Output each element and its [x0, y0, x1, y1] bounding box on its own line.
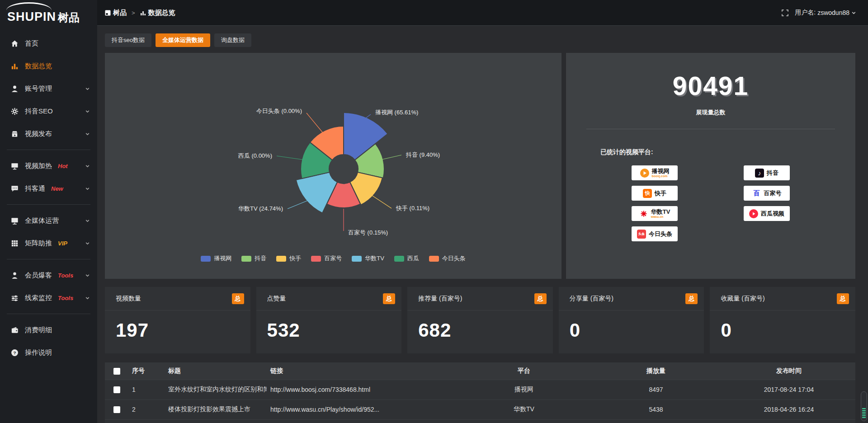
sidebar-item-consumption-detail[interactable]: 消费明细 — [0, 319, 97, 341]
legend-item-xigua[interactable]: 西瓜 — [394, 254, 419, 263]
content-area: 抖音seo数据全媒体运营数据询盘数据 播视网 (65.61%)抖音 (9.40%… — [97, 26, 868, 423]
logo-text-en: SHUPIN — [7, 11, 56, 23]
sidebar-item-label: 视频发布 — [25, 130, 52, 138]
table-header-2: 链接 — [267, 362, 458, 380]
row-checkbox[interactable] — [113, 406, 120, 413]
gear-icon — [10, 107, 19, 116]
platform-name: 百家号 — [764, 190, 782, 197]
total-impressions-value: 90491 — [566, 71, 855, 101]
chart-legend: 播视网抖音快手百家号华数TV西瓜今日头条 — [105, 254, 561, 263]
platform-badge-wasutv[interactable]: 华数TVwasu.cn — [632, 206, 678, 221]
username-dropdown[interactable]: 用户名: zswodun88 — [795, 9, 856, 17]
legend-swatch — [276, 256, 286, 262]
legend-item-toutiao[interactable]: 今日头条 — [429, 254, 466, 263]
tab-omnimedia-data[interactable]: 全媒体运营数据 — [156, 33, 210, 47]
platform-badge-douyin[interactable]: ♪抖音 — [744, 165, 790, 180]
platform-name: 播视网 — [652, 168, 670, 174]
sidebar-item-operation-guide[interactable]: ?操作说明 — [0, 341, 97, 364]
top-header: 树品 > 数据总览 用户名: zswodun88 — [97, 0, 868, 26]
legend-item-baijiahao[interactable]: 百家号 — [311, 254, 342, 263]
sidebar-item-matrix-boost[interactable]: 矩阵助推VIP — [0, 232, 97, 254]
scrollbar-widget[interactable] — [861, 391, 867, 421]
platform-distribution-chart-panel: 播视网 (65.61%)抖音 (9.40%)快手 (0.11%)百家号 (0.1… — [105, 53, 561, 279]
breadcrumb-current[interactable]: 数据总览 — [148, 9, 175, 17]
wallet-icon — [10, 325, 19, 334]
chevron-down-icon — [85, 273, 90, 278]
sidebar-item-home[interactable]: 首页 — [0, 32, 97, 55]
stat-card-label: 推荐量 (百家号) — [418, 295, 462, 303]
platform-name: 西瓜视频 — [761, 211, 784, 217]
legend-item-douyin[interactable]: 抖音 — [241, 254, 266, 263]
stat-card-video-count: 视频数量 总 197 — [105, 287, 250, 353]
legend-item-kuaishou[interactable]: 快手 — [276, 254, 301, 263]
sidebar-item-account-management[interactable]: 账号管理 — [0, 77, 97, 100]
platform-badge-toutiao[interactable]: 头条今日头条 — [632, 226, 678, 241]
bar-chart-icon — [10, 61, 19, 70]
table-header-row: 序号标题链接平台播放量发布时间 — [105, 362, 855, 380]
stat-cards-row: 视频数量 总 197 点赞量 总 532 推荐量 (百家号) 总 682 分享量… — [105, 287, 855, 353]
xigua-icon — [749, 209, 758, 218]
sidebar-item-label: 线索监控 — [25, 294, 52, 302]
legend-swatch — [394, 256, 404, 262]
select-all-checkbox[interactable] — [113, 368, 120, 375]
total-badge[interactable]: 总 — [837, 293, 849, 304]
pie-label-leader — [277, 156, 305, 160]
platform-badge-xigua[interactable]: 西瓜视频 — [744, 206, 790, 221]
total-badge[interactable]: 总 — [383, 293, 395, 304]
sidebar-item-douketong[interactable]: 抖客通New — [0, 177, 97, 200]
stat-card-header: 推荐量 (百家号) 总 — [407, 287, 553, 310]
platform-badge-baijiahao[interactable]: 百百家号 — [744, 186, 790, 201]
platform-badges: 播视网boosj.com快快手华数TVwasu.cn头条今日头条 ♪抖音百百家号… — [566, 165, 855, 241]
platform-badges-left-column: 播视网boosj.com快快手华数TVwasu.cn头条今日头条 — [632, 165, 678, 241]
platform-domain: wasu.cn — [651, 215, 664, 218]
pie-slice-label: 播视网 (65.61%) — [375, 109, 418, 116]
tab-douyin-seo-data[interactable]: 抖音seo数据 — [105, 33, 151, 47]
row-checkbox[interactable] — [113, 386, 120, 393]
table-row-partial — [105, 419, 855, 423]
baijiahao-icon: 百 — [752, 189, 761, 198]
videos-table: 序号标题链接平台播放量发布时间 1 室外水纹灯和室内水纹灯的区别和简介 http… — [105, 362, 855, 423]
cell-link[interactable]: http://www.boosj.com/7338468.html — [267, 380, 458, 400]
stat-card-value: 0 — [559, 310, 704, 341]
breadcrumb-current-icon — [140, 10, 146, 16]
sidebar-item-video-publish[interactable]: 视频发布 — [0, 122, 97, 145]
panels-row: 播视网 (65.61%)抖音 (9.40%)快手 (0.11%)百家号 (0.1… — [105, 53, 855, 279]
platform-badge-boosj[interactable]: 播视网boosj.com — [632, 165, 678, 180]
sidebar-item-omni-media[interactable]: 全媒体运营 — [0, 209, 97, 232]
sidebar-item-data-overview[interactable]: 数据总览 — [0, 55, 97, 77]
pie-label-leader — [307, 113, 326, 136]
table-header-0: 序号 — [128, 362, 165, 380]
username-value: zswodun88 — [817, 9, 849, 16]
sidebar-item-video-heating[interactable]: 视频加热Hot — [0, 155, 97, 177]
platform-badge-kuaishou[interactable]: 快快手 — [632, 186, 678, 201]
sidebar-item-douyin-seo[interactable]: 抖音SEO — [0, 100, 97, 122]
legend-label: 今日头条 — [442, 254, 466, 263]
fullscreen-icon[interactable] — [782, 9, 788, 16]
stat-card-recommend-count: 推荐量 (百家号) 总 682 — [407, 287, 553, 353]
cell-plays: 5438 — [590, 400, 722, 419]
total-badge[interactable]: 总 — [232, 293, 244, 304]
sidebar-item-clue-monitor[interactable]: 线索监控Tools — [0, 287, 97, 309]
toutiao-icon: 头条 — [637, 230, 646, 239]
tabs-row: 抖音seo数据全媒体运营数据询盘数据 — [105, 33, 855, 47]
sidebar-item-member-baoke[interactable]: 会员爆客Tools — [0, 264, 97, 287]
platform-name: 华数TV — [651, 209, 670, 215]
legend-swatch — [201, 256, 211, 262]
cell-title[interactable]: 室外水纹灯和室内水纹灯的区别和简介 — [165, 380, 267, 400]
total-badge[interactable]: 总 — [685, 293, 698, 304]
sidebar-item-label: 视频加热 — [25, 162, 52, 170]
member-icon — [10, 271, 19, 280]
stat-card-header: 点赞量 总 — [256, 287, 402, 310]
legend-item-boosj[interactable]: 播视网 — [201, 254, 231, 263]
cell-link[interactable]: http://www.wasu.cn/Play/show/id/952... — [267, 400, 458, 419]
sidebar-divider — [7, 150, 90, 150]
total-badge[interactable]: 总 — [534, 293, 547, 304]
chat-icon — [10, 184, 19, 193]
tab-inquiry-data[interactable]: 询盘数据 — [214, 33, 251, 47]
cell-title[interactable]: 楼体投影灯投影效果震撼上市 — [165, 400, 267, 419]
legend-item-wasutv[interactable]: 华数TV — [352, 254, 384, 263]
monitor-icon — [10, 161, 19, 170]
select-all-header-cell — [105, 362, 128, 380]
breadcrumb-root[interactable]: 树品 — [113, 9, 127, 17]
sidebar-item-badge: Hot — [58, 163, 68, 169]
